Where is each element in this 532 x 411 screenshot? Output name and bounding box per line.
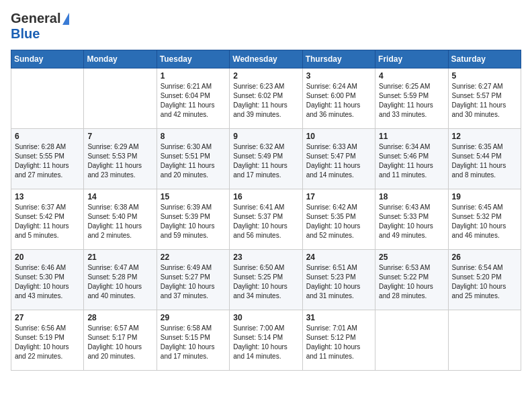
day-headers-row: SundayMondayTuesdayWednesdayThursdayFrid… [11,50,521,68]
day-content: Sunrise: 6:38 AM Sunset: 5:40 PM Dayligh… [87,203,152,240]
calendar-cell: 16Sunrise: 6:41 AM Sunset: 5:37 PM Dayli… [230,189,302,250]
calendar-cell: 12Sunrise: 6:35 AM Sunset: 5:44 PM Dayli… [448,129,521,189]
calendar-cell: 30Sunrise: 7:00 AM Sunset: 5:14 PM Dayli… [230,310,302,371]
day-content: Sunrise: 6:58 AM Sunset: 5:15 PM Dayligh… [161,324,226,361]
day-content: Sunrise: 7:01 AM Sunset: 5:12 PM Dayligh… [306,324,371,361]
day-number: 31 [306,313,371,322]
calendar-cell: 3Sunrise: 6:24 AM Sunset: 6:00 PM Daylig… [302,68,375,129]
calendar-cell: 21Sunrise: 6:47 AM Sunset: 5:28 PM Dayli… [84,250,157,310]
calendar-cell: 19Sunrise: 6:45 AM Sunset: 5:32 PM Dayli… [448,189,521,250]
day-number: 1 [161,71,226,81]
day-content: Sunrise: 6:54 AM Sunset: 5:20 PM Dayligh… [452,263,517,301]
day-content: Sunrise: 6:37 AM Sunset: 5:42 PM Dayligh… [15,203,80,240]
day-number: 10 [306,132,371,141]
calendar-cell: 14Sunrise: 6:38 AM Sunset: 5:40 PM Dayli… [84,189,157,250]
day-number: 2 [233,71,298,81]
day-content: Sunrise: 6:50 AM Sunset: 5:25 PM Dayligh… [233,263,298,301]
calendar-cell [84,68,157,129]
day-content: Sunrise: 6:32 AM Sunset: 5:49 PM Dayligh… [233,142,298,180]
calendar-cell: 1Sunrise: 6:21 AM Sunset: 6:04 PM Daylig… [157,68,229,129]
day-number: 28 [87,313,152,322]
day-content: Sunrise: 6:47 AM Sunset: 5:28 PM Dayligh… [87,263,152,301]
logo: General Blue [11,11,69,42]
day-number: 25 [379,253,444,262]
day-number: 6 [15,132,80,141]
day-header-saturday: Saturday [448,50,521,68]
calendar-cell: 25Sunrise: 6:53 AM Sunset: 5:22 PM Dayli… [375,250,448,310]
day-number: 26 [452,253,517,262]
day-header-monday: Monday [84,50,157,68]
calendar-cell: 26Sunrise: 6:54 AM Sunset: 5:20 PM Dayli… [448,250,521,310]
calendar-cell: 27Sunrise: 6:56 AM Sunset: 5:19 PM Dayli… [11,310,84,371]
day-number: 7 [87,132,152,141]
day-number: 24 [306,253,371,262]
day-number: 18 [379,192,444,201]
calendar-cell: 10Sunrise: 6:33 AM Sunset: 5:47 PM Dayli… [302,129,375,189]
calendar-cell [375,310,448,371]
day-content: Sunrise: 6:34 AM Sunset: 5:46 PM Dayligh… [379,142,444,180]
day-header-tuesday: Tuesday [157,50,229,68]
calendar-cell: 11Sunrise: 6:34 AM Sunset: 5:46 PM Dayli… [375,129,448,189]
calendar-cell: 9Sunrise: 6:32 AM Sunset: 5:49 PM Daylig… [230,129,302,189]
day-content: Sunrise: 6:25 AM Sunset: 5:59 PM Dayligh… [379,82,444,120]
day-content: Sunrise: 6:21 AM Sunset: 6:04 PM Dayligh… [161,82,226,120]
day-content: Sunrise: 6:28 AM Sunset: 5:55 PM Dayligh… [15,142,80,180]
logo-arrow [62,13,69,25]
day-content: Sunrise: 6:42 AM Sunset: 5:35 PM Dayligh… [306,203,371,240]
day-header-wednesday: Wednesday [230,50,302,68]
calendar-cell: 2Sunrise: 6:23 AM Sunset: 6:02 PM Daylig… [230,68,302,129]
calendar-table: SundayMondayTuesdayWednesdayThursdayFrid… [11,50,521,371]
calendar-week-3: 13Sunrise: 6:37 AM Sunset: 5:42 PM Dayli… [11,189,521,250]
day-number: 20 [15,253,80,262]
calendar-cell: 31Sunrise: 7:01 AM Sunset: 5:12 PM Dayli… [302,310,375,371]
calendar-cell: 8Sunrise: 6:30 AM Sunset: 5:51 PM Daylig… [157,129,229,189]
day-content: Sunrise: 6:56 AM Sunset: 5:19 PM Dayligh… [15,324,80,361]
day-content: Sunrise: 7:00 AM Sunset: 5:14 PM Dayligh… [233,324,298,361]
day-number: 12 [452,132,517,141]
day-content: Sunrise: 6:24 AM Sunset: 6:00 PM Dayligh… [306,82,371,120]
calendar-cell: 17Sunrise: 6:42 AM Sunset: 5:35 PM Dayli… [302,189,375,250]
day-number: 19 [452,192,517,201]
calendar-cell: 20Sunrise: 6:46 AM Sunset: 5:30 PM Dayli… [11,250,84,310]
day-content: Sunrise: 6:49 AM Sunset: 5:27 PM Dayligh… [161,263,226,301]
day-header-friday: Friday [375,50,448,68]
day-number: 4 [379,71,444,81]
calendar-week-1: 1Sunrise: 6:21 AM Sunset: 6:04 PM Daylig… [11,68,521,129]
day-content: Sunrise: 6:57 AM Sunset: 5:17 PM Dayligh… [87,324,152,361]
day-number: 17 [306,192,371,201]
calendar-cell: 13Sunrise: 6:37 AM Sunset: 5:42 PM Dayli… [11,189,84,250]
calendar-cell: 7Sunrise: 6:29 AM Sunset: 5:53 PM Daylig… [84,129,157,189]
day-header-sunday: Sunday [11,50,84,68]
day-content: Sunrise: 6:35 AM Sunset: 5:44 PM Dayligh… [452,142,517,180]
day-content: Sunrise: 6:45 AM Sunset: 5:32 PM Dayligh… [452,203,517,240]
calendar-cell: 23Sunrise: 6:50 AM Sunset: 5:25 PM Dayli… [230,250,302,310]
day-number: 27 [15,313,80,322]
day-content: Sunrise: 6:51 AM Sunset: 5:23 PM Dayligh… [306,263,371,301]
calendar-cell: 18Sunrise: 6:43 AM Sunset: 5:33 PM Dayli… [375,189,448,250]
day-content: Sunrise: 6:46 AM Sunset: 5:30 PM Dayligh… [15,263,80,301]
day-content: Sunrise: 6:41 AM Sunset: 5:37 PM Dayligh… [233,203,298,240]
day-content: Sunrise: 6:43 AM Sunset: 5:33 PM Dayligh… [379,203,444,240]
day-content: Sunrise: 6:30 AM Sunset: 5:51 PM Dayligh… [161,142,226,180]
day-number: 9 [233,132,298,141]
page-header: General Blue [11,11,521,42]
calendar-week-2: 6Sunrise: 6:28 AM Sunset: 5:55 PM Daylig… [11,129,521,189]
calendar-cell: 6Sunrise: 6:28 AM Sunset: 5:55 PM Daylig… [11,129,84,189]
calendar-week-5: 27Sunrise: 6:56 AM Sunset: 5:19 PM Dayli… [11,310,521,371]
day-number: 21 [87,253,152,262]
calendar-cell: 22Sunrise: 6:49 AM Sunset: 5:27 PM Dayli… [157,250,229,310]
day-number: 8 [161,132,226,141]
day-content: Sunrise: 6:29 AM Sunset: 5:53 PM Dayligh… [87,142,152,180]
calendar-cell: 5Sunrise: 6:27 AM Sunset: 5:57 PM Daylig… [448,68,521,129]
logo-text-general: General [11,11,60,26]
logo-text-blue: Blue [11,26,40,41]
day-content: Sunrise: 6:53 AM Sunset: 5:22 PM Dayligh… [379,263,444,301]
day-number: 14 [87,192,152,201]
calendar-cell [11,68,84,129]
day-number: 29 [161,313,226,322]
calendar-cell: 15Sunrise: 6:39 AM Sunset: 5:39 PM Dayli… [157,189,229,250]
day-content: Sunrise: 6:27 AM Sunset: 5:57 PM Dayligh… [452,82,517,120]
day-number: 15 [161,192,226,201]
calendar-week-4: 20Sunrise: 6:46 AM Sunset: 5:30 PM Dayli… [11,250,521,310]
day-number: 3 [306,71,371,81]
